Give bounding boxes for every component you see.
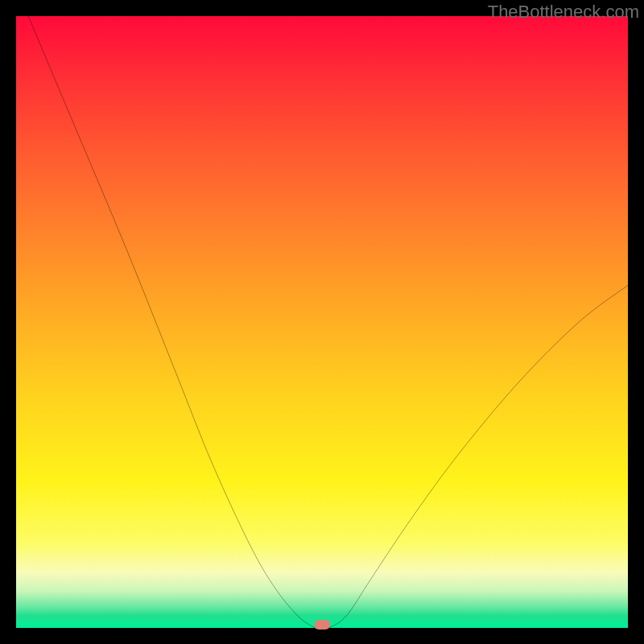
plot-area: [16, 16, 628, 628]
optimum-marker: [314, 620, 330, 630]
curve-path: [28, 16, 628, 628]
chart-container: TheBottleneck.com: [0, 0, 644, 644]
bottleneck-curve: [16, 16, 628, 628]
watermark-text: TheBottleneck.com: [488, 2, 639, 23]
